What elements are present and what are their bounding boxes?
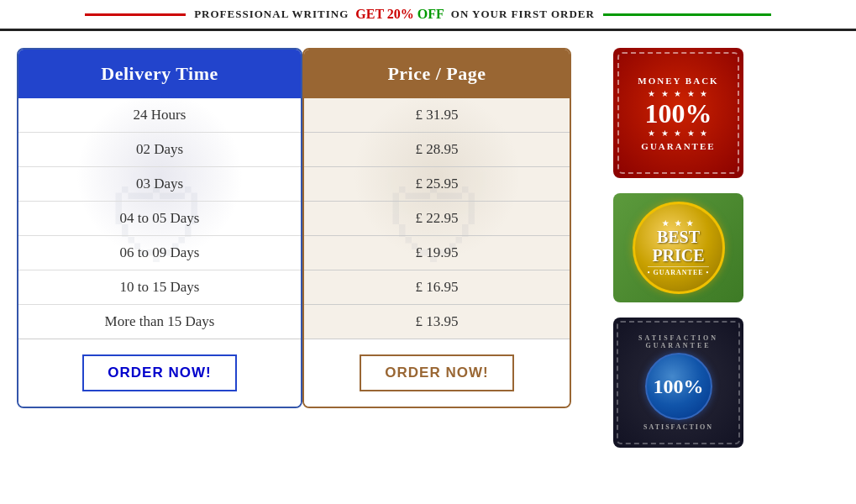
delivery-header: Delivery Time: [18, 50, 301, 98]
banner-left-line: [85, 13, 186, 16]
price-order-button[interactable]: ORDER NOW!: [360, 354, 513, 391]
satisfaction-badge: SATISFACTION GUARANTEE 100% SATISFACTION: [613, 318, 743, 448]
best-price-badge: ★ ★ ★ BEST PRICE • GUARANTEE •: [613, 193, 743, 302]
best-price-main: BEST PRICE: [652, 228, 704, 265]
price-row-3: £ 25.95: [304, 167, 570, 202]
satisfaction-percent: 100%: [654, 376, 704, 396]
pricing-table: Delivery Time 🛡 24 Hours 02 Days 03 Days…: [17, 48, 571, 408]
banner-left-text: PROFESSIONAL WRITING: [194, 8, 349, 21]
price-row-6: £ 16.95: [304, 270, 570, 305]
main-content: Delivery Time 🛡 24 Hours 02 Days 03 Days…: [0, 31, 856, 456]
delivery-row-7: More than 15 Days: [18, 305, 301, 339]
discount-get: GET: [355, 7, 387, 21]
banner-discount: GET 20% OFF: [355, 7, 444, 22]
delivery-row-3: 03 Days: [18, 167, 301, 202]
money-back-stars: ★ ★ ★ ★ ★: [648, 89, 709, 98]
price-order-btn-container: ORDER NOW!: [304, 339, 570, 407]
price-row-4: £ 22.95: [304, 202, 570, 236]
delivery-order-btn-container: ORDER NOW!: [18, 339, 301, 407]
satisfaction-circle: 100%: [645, 353, 712, 420]
money-back-bottom-text: GUARANTEE: [641, 141, 715, 151]
satisfaction-bottom-text: SATISFACTION: [643, 423, 713, 431]
best-price-top: ★ ★ ★: [662, 219, 695, 228]
money-back-top-text: MONEY BACK: [638, 76, 718, 86]
best-price-inner: ★ ★ ★ BEST PRICE • GUARANTEE •: [633, 202, 725, 294]
delivery-row-2: 02 Days: [18, 133, 301, 167]
banner-right-text: ON YOUR FIRST ORDER: [451, 8, 595, 21]
money-back-stars2: ★ ★ ★ ★ ★: [648, 129, 709, 138]
price-row-2: £ 28.95: [304, 133, 570, 167]
price-row-7: £ 13.95: [304, 305, 570, 339]
price-column: Price / Page 🛡 £ 31.95 £ 28.95 £ 25.95 £…: [302, 48, 571, 408]
money-back-percent: 100%: [645, 100, 712, 127]
top-banner: PROFESSIONAL WRITING GET 20% OFF ON YOUR…: [0, 0, 856, 31]
discount-off: OFF: [414, 7, 444, 21]
money-back-badge: MONEY BACK ★ ★ ★ ★ ★ 100% ★ ★ ★ ★ ★ GUAR…: [613, 48, 743, 178]
delivery-order-button[interactable]: ORDER NOW!: [82, 354, 236, 391]
delivery-row-6: 10 to 15 Days: [18, 270, 301, 305]
satisfaction-top-text: SATISFACTION GUARANTEE: [613, 334, 743, 349]
delivery-column: Delivery Time 🛡 24 Hours 02 Days 03 Days…: [17, 48, 302, 408]
delivery-row-5: 06 to 09 Days: [18, 236, 301, 270]
delivery-row-4: 04 to 05 Days: [18, 202, 301, 236]
price-rows: £ 31.95 £ 28.95 £ 25.95 £ 22.95 £ 19.95 …: [304, 98, 570, 339]
delivery-rows: 24 Hours 02 Days 03 Days 04 to 05 Days 0…: [18, 98, 301, 339]
price-row-1: £ 31.95: [304, 98, 570, 133]
best-price-bottom: • GUARANTEE •: [648, 266, 710, 276]
badges-column: MONEY BACK ★ ★ ★ ★ ★ 100% ★ ★ ★ ★ ★ GUAR…: [613, 48, 743, 448]
price-header: Price / Page: [304, 50, 570, 98]
discount-percent: 20%: [387, 7, 414, 21]
price-row-5: £ 19.95: [304, 236, 570, 270]
delivery-row-1: 24 Hours: [18, 98, 301, 133]
banner-right-line: [603, 13, 771, 16]
